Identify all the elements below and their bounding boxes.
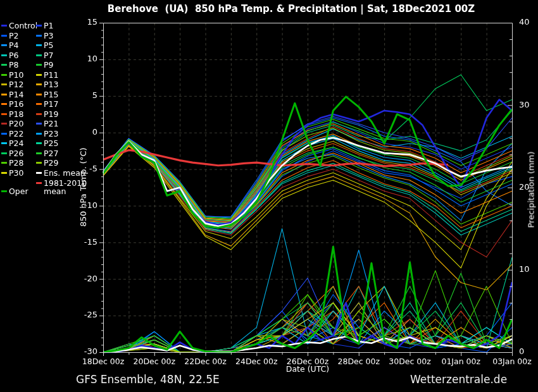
legend-item-p2: P2 [1,31,36,41]
legend-item-p14: P14 [1,90,36,100]
legend-label: P20 [9,119,23,128]
legend-label: P22 [9,129,23,138]
legend-label: P15 [44,90,58,99]
legend-item-p15: P15 [36,90,94,100]
legend-swatch [36,152,42,154]
legend-item-p6: P6 [1,51,36,61]
legend-label: Control [9,21,37,30]
climate-mean-label-line2: mean [44,187,66,195]
legend-swatch [36,123,42,125]
legend-label: P10 [9,70,23,80]
oper-label: Oper [9,187,28,196]
chart-title: Berehove (UA) 850 hPa Temp. & Precipitat… [44,3,538,15]
legend-label: P26 [9,149,23,158]
legend-swatch [36,162,42,164]
legend-item-p7: P7 [36,51,94,61]
legend-swatch [1,25,7,27]
legend-swatch [36,103,42,105]
legend-swatch [36,64,42,66]
y-axis-label-precipitation: Precipitation (mm) [527,152,536,228]
legend-item-p28: P28 [1,158,36,168]
legend-item-p10: P10 [1,70,36,80]
legend-label: P23 [44,129,58,138]
legend-swatch [1,152,7,154]
legend-item-p30: P30 [1,168,36,178]
legend-label: P21 [44,119,58,128]
legend-label: P18 [9,109,23,119]
model-location-caption: GFS Ensemble, 48N, 22.5E [76,373,220,386]
legend-swatch [1,113,7,115]
legend-swatch [36,172,42,174]
legend-swatch [1,123,7,125]
legend-label: P1 [44,21,54,30]
legend-label: P27 [44,149,58,158]
legend-swatch [36,94,42,95]
legend-swatch [36,74,42,76]
legend-item-p12: P12 [1,80,36,90]
legend-label: P30 [9,168,23,178]
legend-item-p8: P8 [1,60,36,70]
legend-label: P25 [44,138,58,148]
legend-label: P7 [44,51,54,60]
legend-swatch [1,172,7,174]
legend-label: P16 [9,99,23,109]
legend-item-p9: P9 [36,60,94,70]
legend-item-p18: P18 [1,109,36,119]
legend-item-p26: P26 [1,149,36,159]
legend-swatch [1,133,7,135]
source-watermark: Wetterzentrale.de [410,373,507,386]
legend-label: P6 [9,51,19,60]
legend-swatch [36,142,42,144]
climate-mean-swatch [36,182,42,184]
legend-swatch [1,74,7,76]
legend-label: P3 [44,31,54,40]
legend-item-p24: P24 [1,138,36,149]
legend-swatch [36,35,42,37]
x-axis-label: Date (UTC) [103,364,512,374]
y-axis-label-temperature: 850 hPa Temp. (°C) [78,147,88,226]
legend-item-p16: P16 [1,99,36,109]
legend-label: P13 [44,80,58,89]
legend-item-p20: P20 [1,119,36,129]
legend-label: P17 [44,99,58,109]
legend-item-p1: P1 [36,21,94,31]
legend-swatch [1,64,7,66]
legend-swatch [1,142,7,144]
legend-label: P4 [9,40,19,50]
legend-swatch [1,35,7,37]
legend-label: P12 [9,80,23,89]
legend-label: P8 [9,60,19,70]
legend-item-p19: P19 [36,109,94,119]
legend-label: P24 [9,138,23,148]
legend-swatch [36,113,42,115]
legend-swatch [36,25,42,27]
legend-swatch [36,83,42,85]
legend-label: P5 [44,40,54,50]
legend-item-control: Control [1,21,36,31]
legend-item-p17: P17 [36,99,94,109]
legend-item-p13: P13 [36,80,94,90]
legend-item-oper: Oper [1,187,28,196]
legend-swatch [1,44,7,46]
legend-item-p22: P22 [1,129,36,139]
legend-item-p11: P11 [36,70,94,80]
legend-item-p3: P3 [36,31,94,41]
legend-label: P2 [9,31,19,40]
legend-label: P19 [44,109,58,119]
legend-swatch [1,94,7,95]
legend-swatch [1,162,7,164]
legend-swatch [36,133,42,135]
legend-item-p23: P23 [36,129,94,139]
legend-swatch [1,83,7,85]
meteogram-page: Berehove (UA) 850 hPa Temp. & Precipitat… [0,0,538,392]
legend-label: P14 [9,90,23,99]
legend-swatch [36,54,42,56]
legend-swatch [1,103,7,105]
legend-item-p21: P21 [36,119,94,129]
legend-item-p4: P4 [1,40,36,51]
legend-label: P28 [9,158,23,168]
oper-swatch [1,190,7,192]
legend-item-p5: P5 [36,40,94,51]
legend-swatch [1,54,7,56]
legend-label: P9 [44,60,54,70]
